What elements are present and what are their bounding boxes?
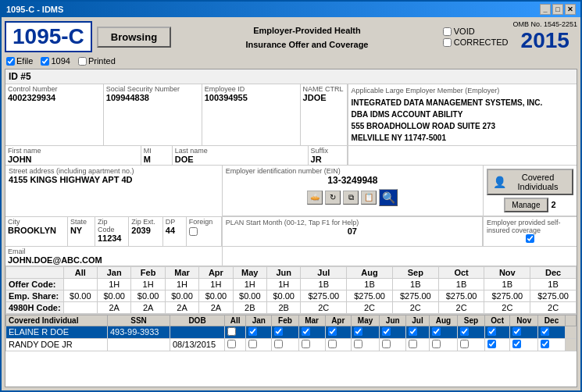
- covered-checkbox-0-12[interactable]: [541, 327, 549, 336]
- covered-row-1[interactable]: RANDY DOE JR08/13/2015: [6, 338, 577, 351]
- efile-checkbox-label[interactable]: Efile: [6, 56, 33, 66]
- covered-checkbox-0-8[interactable]: [432, 327, 441, 336]
- covered-checkbox-1-4[interactable]: [328, 340, 337, 348]
- control-number-cell: Control Number 4002329934: [5, 84, 104, 145]
- covered-checkbox-1-7[interactable]: [409, 340, 417, 348]
- covered-check-0-2[interactable]: [272, 326, 298, 338]
- covered-check-0-9[interactable]: [458, 326, 485, 338]
- covered-check-1-10[interactable]: [484, 338, 510, 351]
- self-insured-checkbox[interactable]: [526, 234, 534, 243]
- covered-checkbox-0-9[interactable]: [460, 327, 469, 336]
- covered-checkbox-0-5[interactable]: [354, 327, 362, 336]
- paste-icon[interactable]: 📋: [361, 191, 377, 205]
- void-checkbox-label[interactable]: VOID: [443, 27, 509, 36]
- close-button[interactable]: ✕: [565, 4, 576, 15]
- covered-checkbox-0-7[interactable]: [409, 327, 417, 336]
- copy-icon[interactable]: ⧉: [343, 191, 359, 205]
- covered-check-0-0[interactable]: [225, 326, 246, 338]
- covered-row-0[interactable]: ELAINE R DOE493-99-3933: [6, 326, 577, 338]
- data-cell-1-1: $0.00: [98, 290, 131, 301]
- printed-checkbox[interactable]: [78, 57, 87, 66]
- covered-table: Covered Individual SSN DOB All Jan Feb M…: [5, 315, 577, 351]
- covered-check-1-4[interactable]: [325, 338, 351, 351]
- field-row-4: City BROOKLYN State NY Zip Code 11234: [5, 217, 577, 247]
- covered-checkbox-1-8[interactable]: [432, 340, 441, 348]
- ci-header-mar: Mar: [298, 315, 325, 326]
- covered-check-0-6[interactable]: [380, 326, 406, 338]
- covered-check-1-8[interactable]: [429, 338, 457, 351]
- covered-check-1-12[interactable]: [538, 338, 566, 351]
- covered-checkbox-0-0[interactable]: [227, 327, 236, 336]
- form1094-checkbox[interactable]: [41, 57, 49, 66]
- covered-checkbox-1-6[interactable]: [382, 340, 391, 348]
- covered-check-0-3[interactable]: [298, 326, 325, 338]
- covered-individuals-button[interactable]: 👤 Covered Individuals: [487, 169, 573, 195]
- covered-checkbox-1-11[interactable]: [512, 340, 521, 348]
- covered-check-1-6[interactable]: [380, 338, 406, 351]
- first-name-cell: First name JOHN: [5, 146, 141, 165]
- covered-checkbox-1-0[interactable]: [227, 340, 236, 348]
- manage-button[interactable]: Manage: [504, 198, 548, 212]
- maximize-button[interactable]: □: [552, 4, 563, 15]
- covered-check-1-1[interactable]: [246, 338, 272, 351]
- year-display: 2015: [512, 28, 577, 53]
- table-header-feb: Feb: [131, 266, 165, 278]
- covered-check-1-3[interactable]: [298, 338, 325, 351]
- covered-checkbox-0-2[interactable]: [274, 327, 283, 336]
- covered-checkbox-1-12[interactable]: [541, 340, 549, 348]
- browsing-button[interactable]: Browsing: [97, 27, 171, 48]
- data-cell-1-8: $275.00: [347, 290, 393, 301]
- covered-checkbox-0-1[interactable]: [248, 327, 257, 336]
- covered-check-0-11[interactable]: [510, 326, 538, 338]
- covered-check-1-7[interactable]: [406, 338, 429, 351]
- covered-check-0-7[interactable]: [406, 326, 429, 338]
- corrected-checkbox[interactable]: [443, 38, 452, 47]
- id-row: ID #5: [5, 69, 577, 84]
- data-cell-0-9: 1B: [392, 278, 438, 290]
- foreign-checkbox[interactable]: [189, 227, 198, 236]
- covered-check-1-5[interactable]: [351, 338, 379, 351]
- data-cell-2-11: 2C: [484, 301, 530, 313]
- covered-checkbox-0-3[interactable]: [302, 327, 310, 336]
- covered-check-1-2[interactable]: [272, 338, 298, 351]
- covered-checkbox-1-2[interactable]: [274, 340, 283, 348]
- form1094-checkbox-label[interactable]: 1094: [41, 56, 70, 66]
- covered-scroll-1: [566, 338, 577, 351]
- field-row-3: Street address (including apartment no.)…: [5, 166, 577, 217]
- email-right-area: [223, 247, 577, 265]
- covered-check-0-1[interactable]: [246, 326, 272, 338]
- plan-start-cell: PLAN Start Month (00-12, Tap F1 for Help…: [223, 217, 483, 246]
- pie-chart-icon[interactable]: 🥧: [307, 191, 323, 205]
- covered-checkbox-1-10[interactable]: [487, 340, 496, 348]
- covered-check-1-0[interactable]: [225, 338, 246, 351]
- corrected-checkbox-label[interactable]: CORRECTED: [443, 37, 509, 47]
- void-checkbox[interactable]: [443, 27, 452, 36]
- refresh-icon[interactable]: ↻: [325, 191, 341, 205]
- covered-check-0-10[interactable]: [484, 326, 510, 338]
- covered-checkbox-1-3[interactable]: [302, 340, 310, 348]
- covered-check-0-5[interactable]: [351, 326, 379, 338]
- covered-check-0-8[interactable]: [429, 326, 457, 338]
- covered-dob-1: 08/13/2015: [170, 338, 225, 351]
- ci-header-dob: DOB: [170, 315, 225, 326]
- ci-header-all: All: [225, 315, 246, 326]
- covered-checkbox-1-1[interactable]: [248, 340, 257, 348]
- covered-checkbox-1-5[interactable]: [354, 340, 362, 348]
- efile-checkbox[interactable]: [6, 57, 15, 66]
- covered-checkbox-1-9[interactable]: [460, 340, 469, 348]
- covered-checkbox-0-4[interactable]: [328, 327, 337, 336]
- covered-check-1-11[interactable]: [510, 338, 538, 351]
- data-cell-2-2: 2A: [131, 301, 165, 313]
- covered-check-1-9[interactable]: [458, 338, 485, 351]
- minimize-button[interactable]: _: [540, 4, 551, 15]
- covered-check-0-4[interactable]: [325, 326, 351, 338]
- covered-check-0-12[interactable]: [538, 326, 566, 338]
- covered-checkbox-0-11[interactable]: [512, 327, 521, 336]
- covered-checkbox-0-6[interactable]: [382, 327, 391, 336]
- covered-checkbox-0-10[interactable]: [487, 327, 496, 336]
- search-icon[interactable]: 🔍: [379, 189, 398, 206]
- ci-header-feb: Feb: [272, 315, 298, 326]
- left-fields-row1: Control Number 4002329934 Social Securit…: [5, 84, 348, 145]
- printed-checkbox-label[interactable]: Printed: [78, 56, 116, 66]
- city-cell: City BROOKLYN: [5, 217, 68, 246]
